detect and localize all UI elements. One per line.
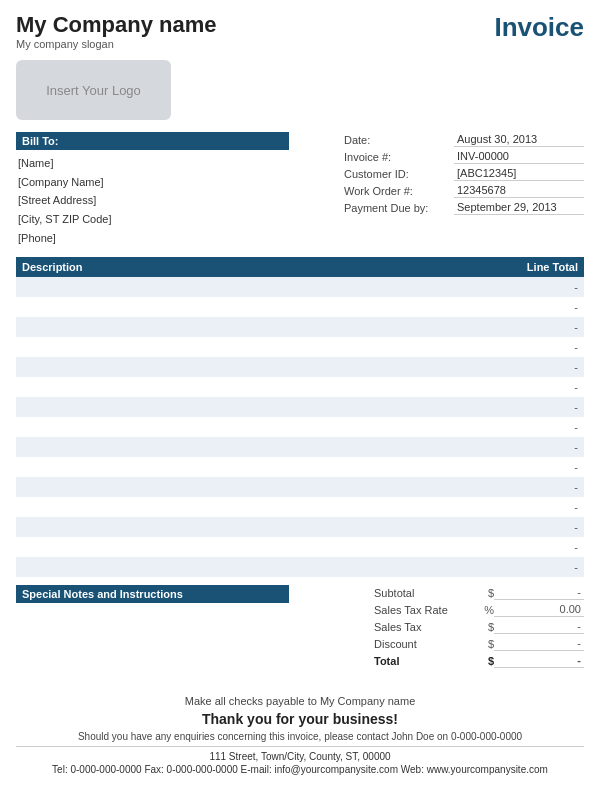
special-notes-section: Special Notes and Instructions	[16, 585, 289, 687]
cell-description	[16, 297, 494, 317]
table-row: -	[16, 457, 584, 477]
totals-section: Subtotal $ - Sales Tax Rate % 0.00 Sales…	[300, 585, 584, 670]
tax-rate-row: Sales Tax Rate % 0.00	[300, 602, 584, 617]
cell-description	[16, 357, 494, 377]
invoice-details-section: Date: August 30, 2013 Invoice #: INV-000…	[300, 132, 584, 247]
table-row: -	[16, 377, 584, 397]
company-info: My Company name My company slogan	[16, 12, 217, 50]
cell-line-total: -	[494, 297, 584, 317]
detail-work-order: Work Order #: 12345678	[300, 183, 584, 198]
info-section: Bill To: [Name] [Company Name] [Street A…	[16, 132, 584, 247]
cell-line-total: -	[494, 357, 584, 377]
sales-tax-row: Sales Tax $ -	[300, 619, 584, 634]
table-header-row: Description Line Total	[16, 257, 584, 277]
detail-customer-id: Customer ID: [ABC12345]	[300, 166, 584, 181]
table-row: -	[16, 557, 584, 577]
cell-line-total: -	[494, 517, 584, 537]
bill-to-company: [Company Name]	[18, 173, 289, 192]
company-slogan: My company slogan	[16, 38, 217, 50]
cell-line-total: -	[494, 277, 584, 297]
cell-description	[16, 537, 494, 557]
table-row: -	[16, 397, 584, 417]
detail-date: Date: August 30, 2013	[300, 132, 584, 147]
cell-description	[16, 497, 494, 517]
col-description: Description	[16, 257, 494, 277]
invoice-title: Invoice	[494, 12, 584, 43]
cell-description	[16, 277, 494, 297]
cell-description	[16, 377, 494, 397]
cell-line-total: -	[494, 337, 584, 357]
table-row: -	[16, 277, 584, 297]
table-row: -	[16, 317, 584, 337]
cell-description	[16, 337, 494, 357]
bill-to-city: [City, ST ZIP Code]	[18, 210, 289, 229]
table-row: -	[16, 417, 584, 437]
cell-description	[16, 437, 494, 457]
cell-line-total: -	[494, 457, 584, 477]
cell-description	[16, 517, 494, 537]
notes-header: Special Notes and Instructions	[16, 585, 289, 603]
cell-line-total: -	[494, 557, 584, 577]
table-row: -	[16, 437, 584, 457]
bottom-section: Special Notes and Instructions Subtotal …	[16, 585, 584, 687]
bill-to-street: [Street Address]	[18, 191, 289, 210]
bill-to-header: Bill To:	[16, 132, 289, 150]
cell-line-total: -	[494, 317, 584, 337]
cell-line-total: -	[494, 417, 584, 437]
cell-line-total: -	[494, 537, 584, 557]
table-row: -	[16, 517, 584, 537]
bill-to-name: [Name]	[18, 154, 289, 173]
discount-row: Discount $ -	[300, 636, 584, 651]
detail-invoice-num: Invoice #: INV-00000	[300, 149, 584, 164]
footer-enquiries: Should you have any enquiries concerning…	[16, 731, 584, 742]
total-row: Total $ -	[300, 653, 584, 668]
cell-line-total: -	[494, 377, 584, 397]
cell-line-total: -	[494, 477, 584, 497]
cell-line-total: -	[494, 437, 584, 457]
cell-description	[16, 477, 494, 497]
cell-description	[16, 457, 494, 477]
items-table: Description Line Total ---------------	[16, 257, 584, 577]
cell-line-total: -	[494, 397, 584, 417]
bill-to-section: Bill To: [Name] [Company Name] [Street A…	[16, 132, 289, 247]
table-row: -	[16, 297, 584, 317]
footer-address: 111 Street, Town/City, County, ST, 00000	[16, 746, 584, 762]
logo-placeholder: Insert Your Logo	[16, 60, 171, 120]
cell-description	[16, 557, 494, 577]
footer-thankyou: Thank you for your business!	[16, 711, 584, 727]
table-row: -	[16, 337, 584, 357]
table-row: -	[16, 357, 584, 377]
cell-description	[16, 397, 494, 417]
bill-to-phone: [Phone]	[18, 229, 289, 248]
table-row: -	[16, 477, 584, 497]
cell-description	[16, 417, 494, 437]
table-row: -	[16, 537, 584, 557]
cell-line-total: -	[494, 497, 584, 517]
notes-body	[16, 607, 289, 687]
company-name: My Company name	[16, 12, 217, 38]
subtotal-row: Subtotal $ -	[300, 585, 584, 600]
footer-checks: Make all checks payable to My Company na…	[16, 695, 584, 707]
bill-to-body: [Name] [Company Name] [Street Address] […	[16, 154, 289, 247]
cell-description	[16, 317, 494, 337]
header: My Company name My company slogan Invoic…	[16, 12, 584, 50]
col-line-total: Line Total	[494, 257, 584, 277]
table-row: -	[16, 497, 584, 517]
footer-contact: Tel: 0-000-000-0000 Fax: 0-000-000-0000 …	[16, 764, 584, 775]
detail-payment-due: Payment Due by: September 29, 2013	[300, 200, 584, 215]
